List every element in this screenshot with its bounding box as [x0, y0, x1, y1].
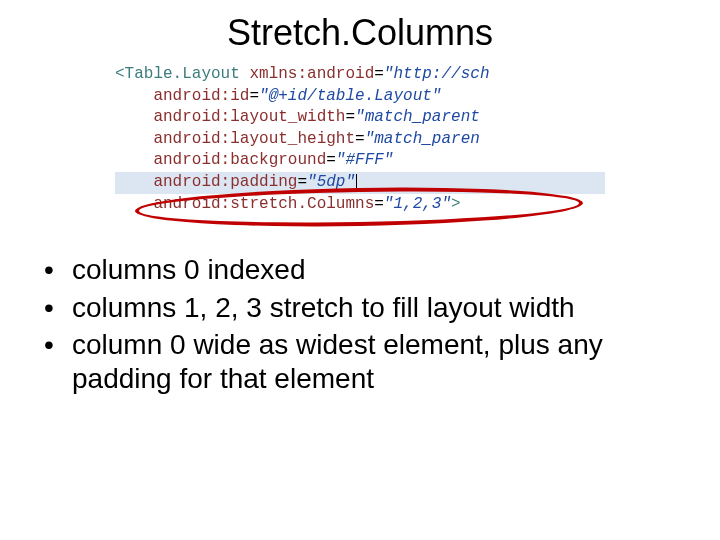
- code-value: "5dp": [307, 173, 355, 191]
- code-value: "@+id/table.Layout": [259, 87, 441, 105]
- bullet-item: • columns 1, 2, 3 stretch to fill layout…: [40, 291, 680, 325]
- code-value: "match_paren: [365, 130, 480, 148]
- code-eq: =: [374, 65, 384, 83]
- bullet-item: • columns 0 indexed: [40, 253, 680, 287]
- bullet-list: • columns 0 indexed • columns 1, 2, 3 st…: [40, 253, 680, 395]
- bullet-text: columns 1, 2, 3 stretch to fill layout w…: [72, 291, 680, 325]
- code-attr: android:padding: [153, 173, 297, 191]
- code-attr: android:background: [153, 151, 326, 169]
- code-attr: android:id: [153, 87, 249, 105]
- code-value: "#FFF": [336, 151, 394, 169]
- code-tag-close: >: [451, 195, 461, 213]
- code-tag: <Table.Layout: [115, 65, 240, 83]
- code-block: <Table.Layout xmlns:android="http://sch …: [115, 64, 605, 225]
- bullet-item: • column 0 wide as widest element, plus …: [40, 328, 680, 395]
- bullet-dot: •: [40, 291, 72, 325]
- code-lines: <Table.Layout xmlns:android="http://sch …: [115, 64, 605, 215]
- slide-title: Stretch.Columns: [0, 0, 720, 54]
- code-value: "http://sch: [384, 65, 490, 83]
- code-value: "1,2,3": [384, 195, 451, 213]
- code-attr: android:layout_height: [153, 130, 355, 148]
- code-value: "match_parent: [355, 108, 480, 126]
- bullet-dot: •: [40, 253, 72, 287]
- bullet-text: columns 0 indexed: [72, 253, 680, 287]
- bullet-text: column 0 wide as widest element, plus an…: [72, 328, 680, 395]
- bullet-dot: •: [40, 328, 72, 362]
- code-attr: xmlns:android: [240, 65, 374, 83]
- text-cursor: [356, 174, 357, 190]
- code-attr: android:stretch.Columns: [153, 195, 374, 213]
- slide: Stretch.Columns <Table.Layout xmlns:andr…: [0, 0, 720, 540]
- code-attr: android:layout_width: [153, 108, 345, 126]
